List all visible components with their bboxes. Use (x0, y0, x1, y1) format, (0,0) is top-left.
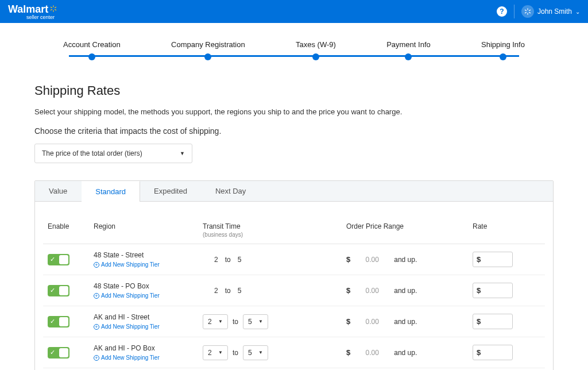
tab-expedited[interactable]: Expedited (140, 181, 202, 201)
th-transit: Transit Time (business days) (198, 219, 342, 244)
svg-rect-11 (529, 12, 531, 14)
transit-to-select[interactable]: 5▼ (243, 345, 268, 360)
plus-icon: + (94, 355, 99, 361)
chevron-down-icon: ▼ (218, 319, 223, 324)
price-and-up: and up. (394, 349, 417, 357)
criteria-prompt: Choose the criteria that impacts the cos… (34, 126, 554, 136)
price-from: 0.00 (361, 318, 384, 326)
dollar-icon: $ (477, 286, 481, 295)
step-label: Taxes (W-9) (296, 40, 336, 49)
check-icon: ✓ (50, 349, 55, 356)
dollar-icon: $ (346, 255, 350, 264)
header-divider (514, 5, 514, 18)
transit-from-select[interactable]: 2▼ (203, 345, 228, 360)
table-row: ✓48 State - PO Box+Add New Shipping Tier… (43, 275, 545, 306)
user-spark-icon (521, 5, 534, 18)
region-name: 48 State - Street (94, 251, 194, 259)
transit-from: 2 (214, 287, 218, 295)
chevron-down-icon: ▼ (258, 350, 263, 355)
criteria-value: The price of the total order (tiers) (42, 149, 142, 157)
step-2[interactable]: Taxes (W-9) (296, 40, 336, 60)
table-row: ✓48 State - Street+Add New Shipping Tier… (43, 244, 545, 275)
dollar-icon: $ (346, 348, 350, 357)
table-row: ✓AK and HI - PO Box+Add New Shipping Tie… (43, 337, 545, 368)
page-description: Select your shipping model, the methods … (34, 107, 554, 116)
step-dot (405, 53, 412, 60)
svg-rect-6 (527, 8, 528, 10)
svg-rect-9 (525, 12, 527, 14)
th-rate: Rate (468, 219, 545, 244)
th-range: Order Price Range (342, 219, 468, 244)
brand-subtitle: seller center (26, 14, 57, 20)
help-icon[interactable]: ? (497, 6, 507, 17)
tab-next-day[interactable]: Next Day (202, 181, 260, 201)
step-0[interactable]: Account Creation (63, 40, 121, 60)
step-dot (312, 53, 319, 60)
region-name: AK and HI - Street (94, 313, 194, 321)
enable-toggle[interactable]: ✓ (48, 347, 69, 359)
svg-rect-7 (527, 13, 528, 15)
svg-rect-8 (529, 10, 531, 11)
svg-rect-10 (525, 10, 527, 11)
enable-toggle[interactable]: ✓ (48, 254, 69, 265)
rate-input[interactable]: $ (473, 252, 513, 267)
brand-text: Walmart (8, 3, 57, 16)
svg-rect-5 (55, 9, 57, 10)
plus-icon: + (94, 262, 99, 268)
shipping-method-panel: ValueStandardExpeditedNext Day Enable Re… (34, 180, 554, 370)
add-shipping-tier-link[interactable]: +Add New Shipping Tier (94, 323, 194, 330)
brand-logo: Walmart (8, 3, 57, 16)
check-icon: ✓ (50, 287, 55, 294)
dollar-icon: $ (477, 348, 481, 357)
svg-rect-1 (53, 10, 54, 12)
svg-rect-0 (53, 5, 54, 7)
dollar-icon: $ (477, 255, 481, 264)
spark-icon (48, 3, 57, 16)
plus-icon: + (94, 324, 99, 330)
svg-rect-4 (51, 6, 53, 8)
shipping-rates-table: Enable Region Transit Time (business day… (43, 219, 545, 370)
progress-stepper: Account CreationCompany RegistrationTaxe… (63, 40, 525, 60)
add-shipping-tier-link[interactable]: +Add New Shipping Tier (94, 354, 194, 361)
table-row: ✓AK and HI - Street+Add New Shipping Tie… (43, 306, 545, 337)
dollar-icon: $ (346, 286, 350, 295)
transit-from-select[interactable]: 2▼ (203, 314, 228, 329)
user-menu[interactable]: John Smith ⌄ (521, 5, 580, 18)
transit-to: 5 (238, 287, 242, 295)
step-label: Payment Info (386, 40, 431, 49)
step-dot (204, 53, 211, 60)
region-name: 48 State - PO Box (94, 282, 194, 290)
rate-input[interactable]: $ (473, 345, 513, 360)
chevron-down-icon: ▼ (218, 350, 223, 355)
step-4[interactable]: Shipping Info (481, 40, 525, 60)
step-dot (88, 53, 95, 60)
criteria-dropdown[interactable]: The price of the total order (tiers) ▼ (34, 144, 192, 163)
chevron-down-icon: ▼ (258, 319, 263, 324)
th-region: Region (89, 219, 198, 244)
enable-toggle[interactable]: ✓ (48, 316, 69, 327)
add-shipping-tier-link[interactable]: +Add New Shipping Tier (94, 261, 194, 268)
transit-to-select[interactable]: 5▼ (243, 314, 268, 329)
user-name: John Smith (537, 7, 572, 16)
page-title: Shipping Rates (34, 83, 554, 98)
dollar-icon: $ (346, 317, 350, 326)
rate-input[interactable]: $ (473, 283, 513, 298)
tab-standard[interactable]: Standard (82, 181, 140, 202)
transit-from: 2 (214, 256, 218, 264)
price-from: 0.00 (361, 256, 384, 264)
step-3[interactable]: Payment Info (386, 40, 431, 60)
plus-icon: + (94, 293, 99, 299)
step-label: Company Registration (171, 40, 245, 49)
table-row: ✓US Protectorates - Street+Add New Shipp… (43, 368, 545, 371)
rate-input[interactable]: $ (473, 314, 513, 329)
tab-value[interactable]: Value (35, 181, 82, 201)
price-from: 0.00 (361, 287, 384, 295)
check-icon: ✓ (50, 318, 55, 325)
svg-rect-2 (55, 6, 57, 8)
dollar-icon: $ (477, 317, 481, 326)
app-header: Walmart seller center ? John Smith ⌄ (0, 0, 588, 23)
add-shipping-tier-link[interactable]: +Add New Shipping Tier (94, 292, 194, 299)
th-enable: Enable (43, 219, 89, 244)
step-1[interactable]: Company Registration (171, 40, 245, 60)
enable-toggle[interactable]: ✓ (48, 285, 69, 296)
